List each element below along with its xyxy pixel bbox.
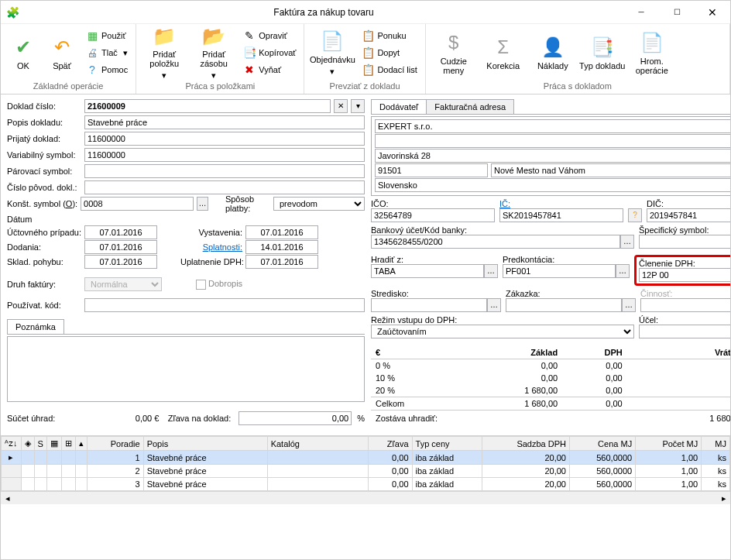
folder-add-icon: 📁	[153, 26, 176, 47]
remove-button[interactable]: ✖Vyňať	[239, 61, 300, 78]
company2-input[interactable]	[375, 134, 730, 148]
lookup-icon[interactable]: …	[616, 264, 630, 278]
col-s[interactable]: S	[34, 437, 46, 451]
offer-icon: 📋	[362, 29, 374, 42]
psc-input[interactable]	[375, 163, 488, 177]
addr-input[interactable]	[375, 149, 730, 163]
col-zlava[interactable]: Zľava	[368, 437, 412, 451]
col-katalog[interactable]: Katalóg	[267, 437, 368, 451]
correction-button[interactable]: ΣKorekcia	[479, 26, 528, 80]
costs-button[interactable]: 👤Náklady	[528, 26, 578, 80]
country-input[interactable]	[375, 178, 730, 192]
col-tree[interactable]: ⊞	[61, 437, 75, 451]
ok-button[interactable]: ✔OK	[4, 26, 43, 80]
cinnost-input[interactable]	[640, 298, 730, 312]
zlava-input[interactable]	[239, 411, 352, 425]
tab-dodavatel[interactable]: Dodávateľ	[371, 99, 427, 114]
help-button[interactable]: ?Pomoc	[81, 61, 132, 78]
maximize-button[interactable]: ☐	[659, 1, 695, 24]
take-offer-button[interactable]: 📋Ponuku	[357, 27, 421, 44]
lookup-icon[interactable]: …	[197, 197, 208, 211]
col-typceny[interactable]: Typ ceny	[412, 437, 482, 451]
ic-link[interactable]: IČ:	[499, 199, 510, 208]
ucel-input[interactable]	[639, 325, 730, 338]
dobropis-checkbox[interactable]: Dobropis	[196, 279, 242, 290]
folder-stock-icon: 📂	[202, 26, 225, 47]
doc-type-button[interactable]: 📑Typ dokladu	[578, 26, 627, 80]
tab-fakt-adresa[interactable]: Fakturačná adresa	[426, 99, 514, 114]
rezim-select[interactable]: Zaúčtovaním	[371, 325, 634, 338]
take-demand-button[interactable]: 📋Dopyt	[357, 44, 421, 61]
ico-input[interactable]	[371, 208, 495, 222]
label-predk: Predkontácia:	[503, 255, 630, 264]
company-input[interactable]	[375, 119, 730, 133]
add-stock-button[interactable]: 📂Pridať zásobu▾	[189, 26, 239, 80]
col-marker[interactable]: ◈	[21, 437, 34, 451]
minimize-button[interactable]: ─	[623, 1, 659, 24]
use-button[interactable]: ▦Použiť	[81, 27, 132, 44]
vyst-date[interactable]	[245, 225, 318, 239]
doklad-cislo-input[interactable]	[84, 99, 331, 113]
ks-input[interactable]	[81, 197, 194, 211]
table-row[interactable]: 3Stavebné práce 0,00iba základ20,00 560,…	[2, 478, 730, 491]
items-grid: ᴬᴢ↓ ◈ S ▦ ⊞ ▴ Poradie Popis Katalóg Zľav…	[1, 435, 730, 504]
popis-input[interactable]	[84, 115, 365, 129]
take-order-button[interactable]: 📄Objednávku▾	[307, 26, 357, 80]
lookup-icon[interactable]: …	[487, 298, 501, 312]
stredisko-input[interactable]	[371, 298, 487, 312]
back-button[interactable]: ↶Späť	[43, 26, 81, 80]
splatnosti-link[interactable]: Splatnosti:	[180, 242, 242, 252]
prijaty-input[interactable]	[84, 132, 365, 146]
dropdown-icon[interactable]: ▾	[351, 99, 365, 113]
zakazka-input[interactable]	[506, 298, 622, 312]
cpd-input[interactable]	[84, 180, 365, 194]
splat-date[interactable]	[245, 240, 318, 254]
clendph-input[interactable]	[639, 268, 730, 282]
horizontal-scrollbar[interactable]: ◂▸	[1, 491, 730, 504]
sklad-date[interactable]	[84, 255, 157, 269]
hradit-input[interactable]	[371, 264, 484, 278]
sposob-select[interactable]: prevodom	[273, 197, 365, 211]
ic-input[interactable]	[499, 208, 623, 222]
lookup-icon[interactable]: …	[620, 235, 634, 249]
col-cenamj[interactable]: Cena MJ	[569, 437, 635, 451]
spec-input[interactable]	[639, 235, 730, 249]
dic-input[interactable]	[647, 208, 730, 222]
city-input[interactable]	[491, 163, 730, 177]
edit-button[interactable]: ✎Opraviť	[239, 27, 300, 44]
poznamka-textarea[interactable]	[7, 336, 365, 402]
table-row[interactable]: ▸ 1Stavebné práce 0,00iba základ20,00 56…	[2, 451, 730, 465]
warning-icon[interactable]: ?	[628, 208, 642, 222]
sort-icon[interactable]: ᴬᴢ↓	[2, 437, 22, 451]
dodania-date[interactable]	[84, 240, 157, 254]
ps-input[interactable]	[84, 164, 365, 178]
apply-icon: ▦	[86, 29, 98, 42]
druh-select[interactable]: Normálna	[84, 277, 162, 291]
pouzivkod-input[interactable]	[84, 298, 365, 312]
col-mj[interactable]: MJ	[702, 437, 730, 451]
table-row[interactable]: 2Stavebné práce 0,00iba základ20,00 560,…	[2, 465, 730, 478]
lookup-icon[interactable]: …	[484, 264, 498, 278]
tab-poznamka[interactable]: Poznámka	[7, 319, 64, 334]
currencies-button[interactable]: $Cudzie meny	[429, 26, 479, 80]
print-button[interactable]: 🖨Tlač▾	[81, 44, 132, 61]
ucto-date[interactable]	[84, 225, 157, 239]
label-dic: DIČ:	[647, 199, 730, 208]
close-button[interactable]: ✕	[695, 1, 730, 24]
col-pocetmj[interactable]: Počet MJ	[636, 437, 702, 451]
lookup-icon[interactable]: …	[622, 298, 636, 312]
order-icon: 📄	[321, 29, 344, 53]
col-sadzba[interactable]: Sadzba DPH	[482, 437, 570, 451]
clear-icon[interactable]: ✕	[334, 99, 348, 113]
uplat-date[interactable]	[245, 255, 318, 269]
copy-button[interactable]: 📑Kopírovať	[239, 44, 300, 61]
col-poradie[interactable]: Poradie	[87, 437, 143, 451]
take-delivery-button[interactable]: 📋Dodací list	[357, 61, 421, 78]
predk-input[interactable]	[503, 264, 616, 278]
bulk-ops-button[interactable]: 📄Hrom. operácie	[627, 26, 677, 80]
add-item-button[interactable]: 📁Pridať položku▾	[139, 26, 189, 80]
col-calc[interactable]: ▦	[46, 437, 61, 451]
vs-input[interactable]	[84, 148, 365, 162]
col-popis[interactable]: Popis	[143, 437, 267, 451]
bank-input[interactable]	[371, 235, 620, 249]
